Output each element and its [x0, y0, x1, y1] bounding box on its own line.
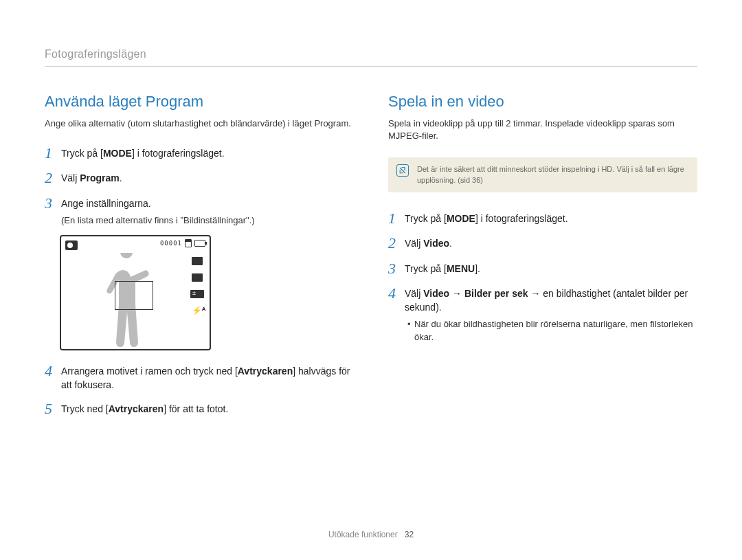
step-text: Välj Video → Bilder per sek → en bildhas…	[405, 285, 697, 344]
left-title: Använda läget Program	[45, 93, 354, 111]
step-text: Tryck ned [Avtryckaren] för att ta fotot…	[61, 401, 228, 416]
step-text: Tryck på [MODE] i fotograferingsläget.	[61, 145, 225, 160]
step-number: 1	[388, 210, 405, 227]
right-step-3: 3 Tryck på [MENU].	[388, 260, 697, 277]
info-text: Det är inte säkert att ditt minneskort s…	[417, 164, 689, 186]
step-number: 1	[45, 145, 61, 161]
step-text: Tryck på [MODE] i fotograferingsläget.	[405, 210, 568, 225]
step-text: Ange inställningarna. (En lista med alte…	[61, 195, 255, 227]
right-step-2: 2 Välj Video.	[388, 235, 697, 251]
exposure-icon	[190, 290, 204, 298]
step-text: Välj Program.	[61, 170, 122, 185]
left-step-2: 2 Välj Program.	[45, 170, 354, 186]
lcd-preview: 00001 ⚡ᴬ	[60, 235, 211, 350]
footer-label: Utökade funktioner	[328, 530, 398, 539]
step-subtext: (En lista med alternativ finns i "Bildin…	[61, 214, 255, 227]
left-step-5: 5 Tryck ned [Avtryckaren] för att ta fot…	[45, 401, 354, 417]
step-bullet: • När du ökar bildhastigheten blir rörel…	[407, 318, 697, 343]
left-step-4: 4 Arrangera motivet i ramen och tryck ne…	[45, 363, 354, 392]
step-number: 2	[45, 170, 61, 186]
step-number: 5	[45, 401, 61, 417]
resolution-icon	[192, 257, 203, 265]
right-column: Spela in en video Spela in videoklipp på…	[388, 93, 697, 425]
step-number: 4	[388, 285, 405, 302]
left-steps: 1 Tryck på [MODE] i fotograferingsläget.…	[45, 145, 354, 227]
page-footer: Utökade funktioner 32	[0, 530, 742, 539]
left-column: Använda läget Program Ange olika alterna…	[45, 93, 354, 425]
quality-icon	[192, 273, 203, 282]
page-number: 32	[405, 530, 414, 539]
lcd-right-icons: ⚡ᴬ	[190, 257, 204, 315]
right-steps: 1 Tryck på [MODE] i fotograferingsläget.…	[388, 210, 697, 344]
content-columns: Använda läget Program Ange olika alterna…	[45, 93, 697, 425]
left-steps-cont: 4 Arrangera motivet i ramen och tryck ne…	[45, 363, 354, 417]
left-intro: Ange olika alternativ (utom slutarhastig…	[45, 117, 354, 130]
step-text: Arrangera motivet i ramen och tryck ned …	[61, 363, 354, 392]
breadcrumb: Fotograferingslägen	[45, 48, 697, 67]
right-step-1: 1 Tryck på [MODE] i fotograferingsläget.	[388, 210, 697, 227]
focus-rectangle	[115, 281, 153, 310]
left-step-1: 1 Tryck på [MODE] i fotograferingsläget.	[45, 145, 354, 161]
right-step-4: 4 Välj Video → Bilder per sek → en bildh…	[388, 285, 697, 344]
info-note: Det är inte säkert att ditt minneskort s…	[388, 157, 697, 192]
info-icon	[396, 164, 409, 177]
right-intro: Spela in videoklipp på upp till 2 timmar…	[388, 117, 697, 142]
step-number: 3	[388, 260, 405, 277]
sd-card-icon	[185, 239, 192, 247]
step-number: 4	[45, 363, 61, 379]
lcd-status-bar: 00001	[160, 239, 205, 247]
camera-mode-icon	[65, 240, 78, 250]
flash-auto-icon: ⚡ᴬ	[192, 306, 203, 315]
right-title: Spela in en video	[388, 93, 697, 111]
step-text: Välj Video.	[405, 235, 452, 250]
lcd-counter: 00001	[160, 240, 182, 247]
step-number: 2	[388, 235, 405, 251]
step-text: Tryck på [MENU].	[405, 260, 480, 276]
step-number: 3	[45, 195, 61, 212]
left-step-3: 3 Ange inställningarna. (En lista med al…	[45, 195, 354, 227]
bullet-icon: •	[407, 318, 414, 331]
battery-icon	[194, 240, 205, 247]
